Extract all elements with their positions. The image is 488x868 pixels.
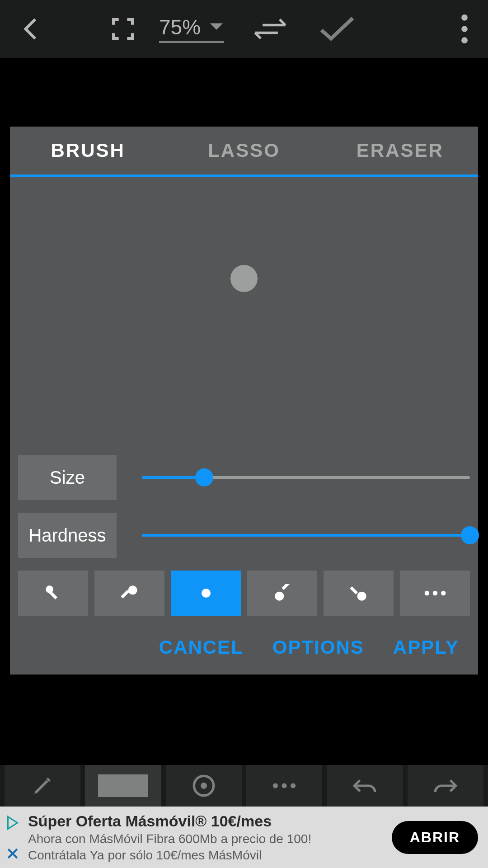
svg-point-13 <box>432 591 437 595</box>
hardness-chip[interactable]: Hardness <box>18 513 117 558</box>
options-button[interactable]: OPTIONS <box>272 637 364 658</box>
svg-point-10 <box>357 592 366 601</box>
svg-point-16 <box>201 783 207 789</box>
svg-point-14 <box>441 591 446 595</box>
bottom-toolbar <box>0 765 488 807</box>
svg-point-0 <box>461 14 468 21</box>
fullscreen-icon[interactable] <box>109 15 136 42</box>
svg-point-8 <box>275 592 284 601</box>
svg-point-1 <box>461 26 468 32</box>
hardness-row: Hardness <box>10 513 478 558</box>
preset-more[interactable] <box>400 571 470 616</box>
more-vert-icon[interactable] <box>454 10 475 48</box>
svg-rect-6 <box>121 590 129 599</box>
ad-line2: Contrátala Ya por sólo 10€/mes MásMóvil <box>28 848 392 863</box>
svg-point-7 <box>202 589 211 598</box>
svg-rect-4 <box>49 591 57 599</box>
tool-target[interactable] <box>166 765 242 807</box>
hardness-slider[interactable] <box>142 526 470 544</box>
confirm-check-button[interactable] <box>316 14 358 43</box>
svg-point-12 <box>424 591 429 595</box>
apply-button[interactable]: APPLY <box>393 637 459 658</box>
ad-open-button[interactable]: ABRIR <box>392 821 478 854</box>
brush-presets <box>10 571 478 616</box>
brush-preview-dot <box>230 265 258 292</box>
tab-lasso[interactable]: LASSO <box>166 127 322 175</box>
svg-point-18 <box>282 783 287 788</box>
zoom-level-dropdown[interactable]: 75% <box>159 15 224 43</box>
tool-more[interactable] <box>246 765 322 807</box>
rectangle-icon <box>98 774 148 797</box>
cancel-button[interactable]: CANCEL <box>159 637 244 658</box>
size-chip[interactable]: Size <box>18 455 117 500</box>
tool-tabs: BRUSH LASSO ERASER <box>10 127 478 175</box>
preset-4[interactable] <box>247 571 317 616</box>
tool-rectangle[interactable] <box>85 765 161 807</box>
redo-button[interactable] <box>408 765 483 807</box>
tab-eraser[interactable]: ERASER <box>322 127 478 175</box>
ad-banner: Súper Oferta Másmóvil® 10€/mes Ahora con… <box>0 807 488 868</box>
dialog-actions: CANCEL OPTIONS APPLY <box>10 616 478 675</box>
svg-rect-9 <box>282 584 290 590</box>
back-button[interactable] <box>13 10 51 48</box>
swap-horizontal-icon[interactable] <box>251 16 289 42</box>
adchoices-icon[interactable] <box>6 815 19 830</box>
svg-point-2 <box>461 37 468 43</box>
svg-point-19 <box>291 783 296 788</box>
tool-settings-dialog: BRUSH LASSO ERASER Size Hardness <box>10 127 478 675</box>
undo-button[interactable] <box>327 765 403 807</box>
svg-point-17 <box>273 783 278 788</box>
svg-point-5 <box>128 585 137 594</box>
tab-brush[interactable]: BRUSH <box>10 127 166 175</box>
app-topbar: 75% <box>0 0 488 58</box>
preset-3[interactable] <box>171 571 241 616</box>
preset-2[interactable] <box>94 571 164 616</box>
preset-5[interactable] <box>324 571 394 616</box>
size-row: Size <box>10 455 478 500</box>
svg-rect-11 <box>350 586 358 594</box>
brush-preview-area <box>10 177 478 455</box>
close-ad-icon[interactable] <box>6 847 19 860</box>
ad-title: Súper Oferta Másmóvil® 10€/mes <box>28 812 392 830</box>
zoom-percent-label: 75% <box>159 15 201 39</box>
tool-pencil[interactable] <box>5 765 80 807</box>
ad-line1: Ahora con MásMóvil Fibra 600Mb a precio … <box>28 832 392 846</box>
preset-1[interactable] <box>18 571 88 616</box>
size-slider[interactable] <box>142 468 470 486</box>
ad-copy[interactable]: Súper Oferta Másmóvil® 10€/mes Ahora con… <box>25 812 392 863</box>
chevron-down-icon <box>209 22 224 33</box>
